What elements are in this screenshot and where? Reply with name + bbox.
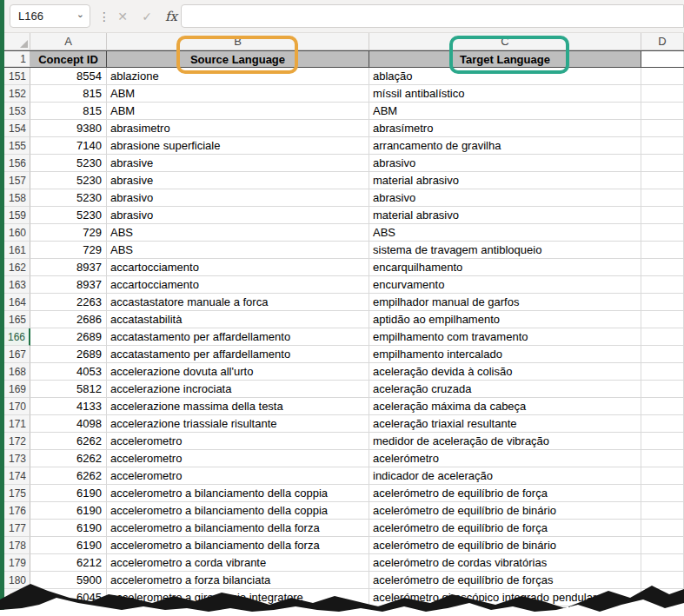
cell-d-empty[interactable]	[641, 259, 684, 276]
cell-source-language[interactable]: accastastatore manuale a forca	[107, 294, 369, 311]
cell-target-language[interactable]: acelerómetro de equilíbrio de binário	[369, 537, 641, 554]
cell-target-language[interactable]: medidor de aceleração de vibração	[369, 433, 641, 450]
cell-d-empty[interactable]	[641, 103, 684, 120]
cell-target-language[interactable]: aceleração devida à colisão	[369, 363, 641, 381]
cell-concept-id[interactable]: 5230	[30, 172, 107, 189]
row-header[interactable]: 158	[4, 189, 30, 207]
cell-source-language[interactable]: accelerometro	[107, 467, 369, 485]
cell-concept-id[interactable]: 6190	[30, 537, 107, 554]
cell-concept-id[interactable]: 2689	[30, 346, 107, 363]
cell-concept-id-header[interactable]: Concept ID	[30, 51, 107, 67]
cell-concept-id[interactable]: 5230	[30, 207, 107, 224]
cell-d-empty[interactable]	[641, 294, 684, 311]
cell-concept-id[interactable]: 6262	[30, 467, 107, 485]
cell-d-empty[interactable]	[641, 189, 684, 207]
row-header[interactable]: 157	[4, 172, 30, 189]
cell-target-language[interactable]: ABS	[369, 224, 641, 242]
cell-source-language[interactable]: ABS	[107, 242, 369, 259]
cell-target-language[interactable]: acelerómetro de cordas vibratórias	[369, 554, 641, 572]
cell-d-empty[interactable]	[641, 398, 684, 415]
cell-concept-id[interactable]: 729	[30, 242, 107, 259]
row-header[interactable]: 173	[4, 450, 30, 467]
cell-d-empty[interactable]	[641, 450, 684, 467]
cell-target-language[interactable]: aceleração máxima da cabeça	[369, 398, 641, 415]
cell-d-empty[interactable]	[641, 120, 684, 137]
cell-source-language[interactable]: accatastamento per affardellamento	[107, 346, 369, 363]
cell-concept-id[interactable]: 729	[30, 224, 107, 242]
cell-concept-id[interactable]: 2686	[30, 311, 107, 328]
row-header[interactable]: 172	[4, 433, 30, 450]
cell-source-language[interactable]: ABM	[107, 85, 369, 103]
cell-target-language[interactable]: ABM	[369, 103, 641, 120]
cell-target-language[interactable]: empilhamento intercalado	[369, 346, 641, 363]
cell-source-language[interactable]: abrasivo	[107, 207, 369, 224]
row-header-1[interactable]: 1	[4, 51, 30, 67]
cell-target-language[interactable]: aceleração cruzada	[369, 381, 641, 398]
row-header[interactable]: 154	[4, 120, 30, 137]
cell-concept-id[interactable]: 6212	[30, 554, 107, 572]
cell-concept-id[interactable]: 5230	[30, 155, 107, 172]
cell-source-language[interactable]: accelerometro	[107, 450, 369, 467]
cell-d-empty[interactable]	[641, 415, 684, 433]
column-header-d[interactable]: D	[641, 33, 684, 50]
select-all-corner[interactable]	[4, 33, 30, 50]
more-options-icon[interactable]: ⋮	[98, 5, 110, 28]
cell-d-empty[interactable]	[641, 346, 684, 363]
cell-source-language[interactable]: accelerometro a corda vibrante	[107, 554, 369, 572]
cell-concept-id[interactable]: 8937	[30, 276, 107, 294]
cell-source-language[interactable]: accartocciamento	[107, 259, 369, 276]
row-header[interactable]: 174	[4, 467, 30, 485]
row-header[interactable]: 170	[4, 398, 30, 415]
cell-concept-id[interactable]: 4053	[30, 363, 107, 381]
cell-concept-id[interactable]: 6190	[30, 485, 107, 502]
row-header[interactable]: 167	[4, 346, 30, 363]
cell-target-language[interactable]: empilhamento com travamento	[369, 328, 641, 346]
cell-d-empty[interactable]	[641, 242, 684, 259]
cell-source-language[interactable]: abrasivo	[107, 189, 369, 207]
row-header[interactable]: 169	[4, 381, 30, 398]
cell-target-language[interactable]: abrasivo	[369, 189, 641, 207]
cell-d-empty[interactable]	[641, 554, 684, 572]
cell-d-empty[interactable]	[641, 433, 684, 450]
row-header[interactable]: 163	[4, 276, 30, 294]
cell-concept-id[interactable]: 7140	[30, 137, 107, 155]
cell-concept-id[interactable]: 6190	[30, 502, 107, 520]
cell-d-empty[interactable]	[641, 520, 684, 537]
row-header[interactable]: 161	[4, 242, 30, 259]
cell-concept-id[interactable]: 8554	[30, 68, 107, 85]
cell-source-language[interactable]: ABM	[107, 103, 369, 120]
cell-target-language[interactable]: material abrasivo	[369, 207, 641, 224]
row-header[interactable]: 159	[4, 207, 30, 224]
cell-d-empty[interactable]	[641, 276, 684, 294]
cell-concept-id[interactable]: 2263	[30, 294, 107, 311]
row-header[interactable]: 171	[4, 415, 30, 433]
cell-d-empty[interactable]	[641, 207, 684, 224]
cell-target-language[interactable]: acelerómetro de equilíbrio de força	[369, 520, 641, 537]
cell-source-language[interactable]: abrasive	[107, 172, 369, 189]
row-header[interactable]: 165	[4, 311, 30, 328]
row-header[interactable]: 164	[4, 294, 30, 311]
row-header[interactable]: 155	[4, 137, 30, 155]
cell-source-language[interactable]: accelerazione dovuta all'urto	[107, 363, 369, 381]
cell-source-language[interactable]: accelerometro a bilanciamento della forz…	[107, 537, 369, 554]
cell-source-language[interactable]: accelerometro	[107, 433, 369, 450]
cell-target-language[interactable]: encarquilhamento	[369, 259, 641, 276]
cell-target-language[interactable]: indicador de aceleração	[369, 467, 641, 485]
name-box[interactable]: L166 ⌄	[10, 4, 90, 28]
cell-d-empty[interactable]	[641, 502, 684, 520]
cell-concept-id[interactable]: 5230	[30, 189, 107, 207]
cell-target-language[interactable]: abrasímetro	[369, 120, 641, 137]
cell-concept-id[interactable]: 815	[30, 85, 107, 103]
cell-d-empty[interactable]	[641, 537, 684, 554]
cell-concept-id[interactable]: 4133	[30, 398, 107, 415]
cell-source-language[interactable]: accatastamento per affardellamento	[107, 328, 369, 346]
formula-bar-input[interactable]	[181, 4, 684, 28]
cell-target-language[interactable]: aptidão ao empilhamento	[369, 311, 641, 328]
cell-concept-id[interactable]: 5812	[30, 381, 107, 398]
cell-concept-id[interactable]: 815	[30, 103, 107, 120]
cell-d-empty[interactable]	[641, 155, 684, 172]
cell-d-empty[interactable]	[641, 68, 684, 85]
insert-function-icon[interactable]: fx	[161, 6, 182, 27]
cancel-icon[interactable]: ✕	[112, 6, 133, 27]
cell-d-empty[interactable]	[641, 363, 684, 381]
